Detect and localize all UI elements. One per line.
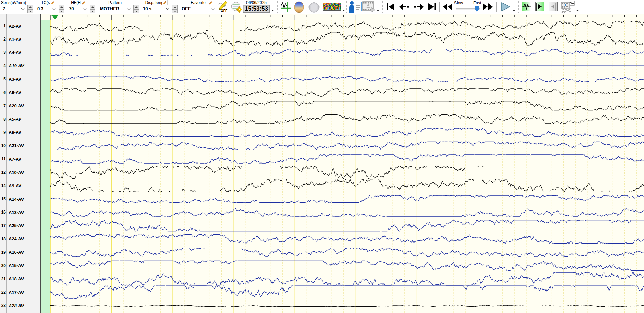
- rewind-button[interactable]: [442, 2, 453, 13]
- tc-dropdown[interactable]: 0.3: [35, 5, 57, 12]
- channel-label[interactable]: A18-AV: [9, 276, 24, 281]
- time-display[interactable]: 15:53:53: [243, 5, 270, 13]
- spinner-down-button[interactable]: [27, 9, 33, 13]
- eeg-traces: [41, 14, 644, 313]
- video-playback-button[interactable]: [362, 1, 376, 14]
- display-length-spinner: [172, 5, 178, 13]
- hf-edit-pencil-icon[interactable]: [81, 0, 87, 5]
- toolbar-separator: [518, 1, 519, 13]
- patient-list-icon: [349, 1, 362, 13]
- favorite-dropdown[interactable]: OFF: [180, 5, 216, 12]
- step-forward-icon: [413, 2, 424, 11]
- display-length-dropdown[interactable]: 10 s: [141, 5, 171, 12]
- datetime-menu-arrow[interactable]: [271, 10, 274, 11]
- channel-row: 12A10-AV: [0, 170, 40, 175]
- fast-forward-icon: [482, 2, 493, 11]
- topography-map-disabled-button[interactable]: [308, 1, 320, 15]
- channel-row: 16A13-AV: [0, 209, 40, 215]
- add-event-button[interactable]: [280, 1, 291, 14]
- tc-value: 0.3: [37, 6, 43, 11]
- toolbar-separator: [439, 2, 440, 12]
- filter-off-button[interactable]: OFF: [218, 1, 229, 14]
- play-button[interactable]: [500, 2, 511, 13]
- channel-row: 17A25-AV: [0, 223, 40, 229]
- channel-number: 2: [0, 37, 6, 42]
- channel-row: 7A20-AV: [0, 103, 40, 109]
- channel-label[interactable]: A9-AV: [9, 183, 21, 188]
- review-eeg-button[interactable]: [522, 2, 531, 11]
- toolbar-separator: [346, 1, 347, 13]
- spinner-up-button[interactable]: [59, 5, 64, 9]
- page-back-button[interactable]: [399, 2, 410, 13]
- channel-label[interactable]: A15-AV: [9, 263, 24, 268]
- go-to-start-button[interactable]: [386, 2, 395, 13]
- go-to-end-button[interactable]: [428, 2, 436, 13]
- channel-label[interactable]: A19-AV: [9, 63, 24, 68]
- svg-text:OFF: OFF: [221, 9, 227, 13]
- spinner-up-button[interactable]: [90, 5, 95, 9]
- toolbar-separator: [382, 1, 383, 13]
- spinner-up-button[interactable]: [172, 5, 178, 9]
- date-text: 06/06/2025: [243, 0, 270, 5]
- hf-dropdown[interactable]: 70: [67, 5, 88, 12]
- display-length-edit-pencil-icon[interactable]: [162, 0, 168, 5]
- channel-label[interactable]: A6-AV: [9, 90, 21, 95]
- channel-label[interactable]: A25-AV: [9, 223, 24, 228]
- channel-label[interactable]: A13-AV: [9, 210, 24, 215]
- spinner-up-button[interactable]: [133, 5, 139, 9]
- pattern-spinner: [133, 5, 139, 13]
- dsa-menu-arrow[interactable]: [342, 10, 345, 11]
- dsa-trend-button[interactable]: [323, 3, 341, 12]
- channel-label[interactable]: A14-AV: [9, 197, 24, 202]
- play-menu-arrow[interactable]: [513, 10, 515, 11]
- channel-label[interactable]: A28-AV: [9, 303, 24, 308]
- channel-label[interactable]: A17-AV: [9, 290, 24, 295]
- favorite-edit-pencil-icon[interactable]: [208, 0, 214, 5]
- channel-label[interactable]: A3-AV: [9, 77, 21, 82]
- eeg-trace-area[interactable]: [41, 14, 644, 313]
- channel-row: 22A17-AV: [0, 289, 40, 295]
- back-review-button-disabled[interactable]: [549, 2, 558, 11]
- pattern-dropdown[interactable]: MOTHER: [98, 5, 132, 12]
- spinner-down-button[interactable]: [133, 9, 139, 13]
- channel-label[interactable]: A21-AV: [9, 143, 24, 148]
- spinner-up-button[interactable]: [27, 5, 33, 9]
- channel-label[interactable]: A20-AV: [9, 103, 24, 108]
- tc-edit-pencil-icon[interactable]: [50, 0, 56, 5]
- channel-label[interactable]: A5-AV: [9, 116, 21, 122]
- speed-slider-thumb[interactable]: [475, 6, 479, 12]
- spinner-down-button[interactable]: [59, 9, 64, 13]
- pattern-label: Pattern: [98, 0, 132, 5]
- channel-label[interactable]: A7-AV: [9, 157, 21, 162]
- montage-settings-button[interactable]: [230, 1, 243, 14]
- fast-forward-button[interactable]: [482, 2, 493, 13]
- channel-label[interactable]: A4-AV: [9, 50, 21, 55]
- channel-number: 17: [0, 223, 6, 228]
- clip-menu-arrow[interactable]: [576, 10, 579, 11]
- video-clip-export-button[interactable]: [561, 0, 575, 15]
- video-menu-arrow[interactable]: [377, 10, 379, 11]
- spinner-down-button[interactable]: [90, 9, 95, 13]
- spinner-down-button[interactable]: [172, 9, 178, 13]
- channel-row: 15A14-AV: [0, 196, 40, 202]
- channel-label[interactable]: A1-AV: [9, 37, 21, 42]
- patient-info-button[interactable]: [349, 1, 362, 14]
- sens-dropdown[interactable]: 7: [1, 5, 26, 12]
- channel-row: 23A28-AV: [0, 303, 40, 309]
- channel-label[interactable]: A10-AV: [9, 170, 24, 175]
- channel-number: 4: [0, 63, 6, 68]
- channel-label[interactable]: A16-AV: [9, 250, 24, 255]
- display-length-value: 10 s: [143, 6, 151, 11]
- channel-label[interactable]: A2-AV: [9, 24, 21, 29]
- channel-label[interactable]: A24-AV: [9, 236, 24, 241]
- page-forward-button[interactable]: [413, 2, 424, 13]
- pattern-control: Pattern MOTHER: [98, 0, 132, 12]
- play-review-button[interactable]: [535, 2, 544, 11]
- channel-number: 20: [0, 263, 6, 268]
- topography-map-button[interactable]: [293, 1, 305, 15]
- channel-label[interactable]: A8-AV: [9, 130, 21, 135]
- skip-to-start-icon: [386, 2, 395, 11]
- toolbar: Sens(uV/mm) 7 TC(s) 0.3 HF(Hz) 70: [0, 0, 644, 14]
- channel-number: 18: [0, 237, 6, 241]
- position-marker[interactable]: [51, 15, 59, 20]
